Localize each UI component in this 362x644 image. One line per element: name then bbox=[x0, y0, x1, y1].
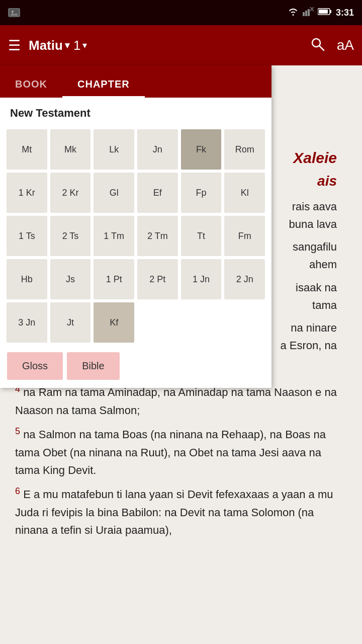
book-cell-empty3 bbox=[224, 302, 265, 343]
book-cell-1tm[interactable]: 1 Tm bbox=[94, 216, 134, 256]
book-cell-lk[interactable]: Lk bbox=[94, 129, 134, 170]
tab-chapter[interactable]: CHAPTER bbox=[62, 72, 145, 98]
menu-button[interactable]: ☰ bbox=[8, 37, 21, 54]
verse-5: 5 na Salmon na tama Boas (na ninana na R… bbox=[15, 424, 347, 479]
svg-rect-8 bbox=[330, 10, 331, 13]
book-cell-3jn[interactable]: 3 Jn bbox=[7, 302, 47, 343]
book-cell-tt[interactable]: Tt bbox=[181, 216, 222, 256]
book-cell-2pt[interactable]: 2 Pt bbox=[137, 259, 178, 299]
book-cell-1kr[interactable]: 1 Kr bbox=[7, 173, 47, 213]
chapter-dropdown-arrow: ▾ bbox=[82, 40, 87, 51]
book-cell-js[interactable]: Js bbox=[50, 259, 91, 299]
book-cell-2kr[interactable]: 2 Kr bbox=[50, 173, 91, 213]
dropdown-panel: BOOK CHAPTER New Testament Mt Mk Lk Jn F… bbox=[0, 65, 272, 388]
book-cell-1jn[interactable]: 1 Jn bbox=[181, 259, 222, 299]
book-cell-2ts[interactable]: 2 Ts bbox=[50, 216, 91, 256]
book-cell-fk[interactable]: Fk bbox=[181, 129, 222, 170]
bible-subtitle-partial: ais bbox=[317, 173, 337, 189]
status-bar-left bbox=[8, 8, 20, 17]
book-cell-rom[interactable]: Rom bbox=[224, 129, 265, 170]
battery-icon bbox=[318, 8, 332, 18]
gloss-button[interactable]: Gloss bbox=[7, 352, 63, 380]
bible-button[interactable]: Bible bbox=[67, 352, 119, 380]
book-dropdown-arrow: ▾ bbox=[65, 40, 69, 51]
signal-off-icon bbox=[303, 7, 314, 18]
svg-rect-4 bbox=[308, 9, 310, 16]
section-header: New Testament bbox=[0, 98, 272, 125]
book-cell-1ts[interactable]: 1 Ts bbox=[7, 216, 47, 256]
books-grid: Mt Mk Lk Jn Fk Rom 1 Kr 2 Kr Gl Ef Fp Kl… bbox=[0, 125, 272, 347]
image-icon bbox=[8, 8, 20, 17]
book-cell-jn[interactable]: Jn bbox=[137, 129, 178, 170]
book-cell-mt[interactable]: Mt bbox=[7, 129, 47, 170]
svg-rect-9 bbox=[319, 10, 328, 14]
bible-title-partial: Xaleie bbox=[293, 149, 337, 166]
svg-point-1 bbox=[12, 11, 14, 13]
book-name: Matiu bbox=[29, 38, 63, 53]
app-title-area: Matiu ▾ 1 ▾ bbox=[29, 38, 302, 53]
bottom-buttons: Gloss Bible bbox=[0, 347, 272, 388]
chapter-number: 1 bbox=[73, 38, 80, 53]
book-cell-fm[interactable]: Fm bbox=[224, 216, 265, 256]
book-cell-2tm[interactable]: 2 Tm bbox=[137, 216, 178, 256]
book-cell-empty2 bbox=[181, 302, 222, 343]
verse-number-6: 6 bbox=[15, 486, 20, 496]
book-cell-gl[interactable]: Gl bbox=[94, 173, 134, 213]
tab-book[interactable]: BOOK bbox=[0, 72, 62, 98]
book-cell-ef[interactable]: Ef bbox=[137, 173, 178, 213]
time-display: 3:31 bbox=[336, 8, 354, 18]
app-bar-actions: aA bbox=[310, 36, 354, 55]
book-cell-1pt[interactable]: 1 Pt bbox=[94, 259, 134, 299]
svg-line-11 bbox=[319, 46, 324, 50]
book-cell-mk[interactable]: Mk bbox=[50, 129, 91, 170]
book-selector[interactable]: Matiu ▾ bbox=[29, 38, 69, 53]
book-cell-jt[interactable]: Jt bbox=[50, 302, 91, 343]
book-cell-kf[interactable]: Kf bbox=[94, 302, 134, 343]
tabs-row: BOOK CHAPTER bbox=[0, 65, 272, 98]
search-button[interactable] bbox=[310, 36, 325, 55]
status-bar-right: 3:31 bbox=[288, 7, 354, 18]
chapter-selector[interactable]: 1 ▾ bbox=[73, 38, 87, 53]
svg-rect-2 bbox=[303, 12, 305, 16]
svg-rect-3 bbox=[305, 11, 307, 16]
wifi-icon bbox=[288, 7, 299, 18]
app-bar: ☰ Matiu ▾ 1 ▾ aA bbox=[0, 25, 362, 65]
book-cell-2jn[interactable]: 2 Jn bbox=[224, 259, 265, 299]
book-cell-hb[interactable]: Hb bbox=[7, 259, 47, 299]
verse-6: 6 E a mu matafebun ti lana yaan si Devit… bbox=[15, 484, 347, 539]
status-bar: 3:31 bbox=[0, 0, 362, 25]
book-cell-empty1 bbox=[137, 302, 178, 343]
book-cell-fp[interactable]: Fp bbox=[181, 173, 222, 213]
verse-number-5: 5 bbox=[15, 426, 20, 436]
font-size-button[interactable]: aA bbox=[337, 37, 354, 53]
book-cell-kl[interactable]: Kl bbox=[224, 173, 265, 213]
